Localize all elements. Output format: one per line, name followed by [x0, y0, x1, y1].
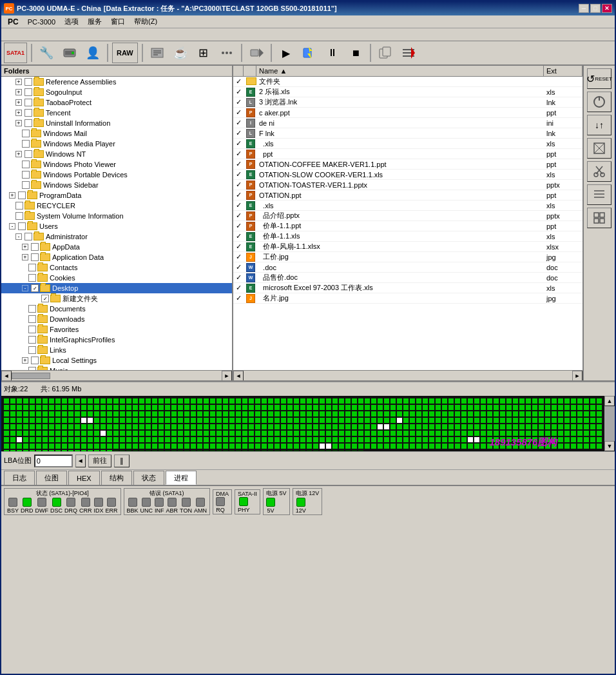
checkbox[interactable]: ✓ — [31, 284, 39, 292]
viz-scroll-down[interactable]: ▼ — [604, 441, 615, 451]
tree-item-favorites[interactable]: Favorites — [1, 324, 232, 335]
tab-bitmap[interactable]: 位图 — [36, 471, 67, 485]
file-row[interactable]: ✓ P 价单-1.1.ppt ppt — [233, 221, 582, 231]
checkbox[interactable] — [18, 191, 26, 199]
checkbox[interactable] — [24, 88, 32, 96]
tree-item-winportable[interactable]: Windows Portable Devices — [1, 170, 232, 180]
menu-window[interactable]: 窗口 — [107, 15, 129, 28]
tree-item-cookies[interactable]: Cookies — [1, 273, 232, 283]
sidebar-btn-zoom[interactable] — [587, 138, 611, 159]
tree-item-newfolder[interactable]: ✓ 新建文件夹 — [1, 293, 232, 304]
tree-item-winmail[interactable]: Windows Mail — [1, 128, 232, 139]
tree-item-localsettings[interactable]: + Local Settings — [1, 355, 232, 366]
tab-status[interactable]: 状态 — [133, 471, 164, 485]
folder-tree[interactable]: + Reference Assemblies + SogouInput + Ta… — [1, 77, 232, 370]
file-check[interactable]: ✓ — [233, 252, 244, 262]
maximize-button[interactable]: □ — [590, 4, 601, 13]
checkbox[interactable] — [15, 202, 23, 210]
expander[interactable]: + — [15, 89, 22, 95]
expander[interactable]: + — [15, 151, 22, 157]
file-check[interactable]: ✓ — [233, 139, 244, 148]
checkbox[interactable] — [22, 140, 30, 148]
checkbox[interactable] — [24, 99, 32, 106]
minimize-button[interactable]: ─ — [579, 4, 589, 13]
file-check[interactable]: ✓ — [233, 149, 244, 159]
tree-item-taobao[interactable]: + TaobaoProtect — [1, 97, 232, 108]
lba-nav-btn[interactable]: ◄ — [75, 455, 86, 467]
file-row[interactable]: ✓ E 2 乐福.xls xls — [233, 87, 582, 97]
expander[interactable]: + — [9, 192, 15, 199]
expander[interactable]: + — [22, 244, 28, 250]
viz-scrollbar[interactable]: ▲ ▼ — [604, 396, 615, 451]
file-row[interactable]: ✓ W 品售价.doc doc — [233, 273, 582, 283]
checkbox[interactable] — [28, 274, 36, 282]
export-button[interactable] — [246, 43, 267, 63]
expander[interactable]: - — [15, 233, 22, 240]
checkbox[interactable] — [28, 315, 36, 323]
menu-options[interactable]: 选项 — [61, 15, 82, 28]
file-row[interactable]: ✓ J 工价.jpg jpg — [233, 252, 582, 262]
drive-button[interactable] — [59, 43, 80, 63]
file-check[interactable]: ✓ — [233, 159, 244, 169]
checkbox[interactable] — [24, 150, 32, 158]
tab-log[interactable]: 日志 — [4, 471, 35, 485]
copy-button[interactable] — [375, 43, 396, 63]
task-button[interactable] — [147, 43, 168, 63]
person-button[interactable]: 👤 — [82, 43, 103, 63]
checkbox[interactable] — [24, 119, 32, 127]
play-button[interactable]: ▶ — [276, 43, 296, 63]
dots-button[interactable] — [217, 43, 237, 63]
viz-scroll-up[interactable]: ▲ — [604, 396, 615, 406]
file-row[interactable]: ✓ P ppt ppt — [233, 149, 582, 159]
file-check[interactable]: ✓ — [233, 283, 244, 293]
file-check[interactable]: ✓ — [233, 77, 244, 86]
file-check[interactable]: ✓ — [233, 97, 244, 107]
file-check[interactable]: ✓ — [233, 128, 244, 138]
checkbox[interactable] — [31, 253, 39, 261]
tree-item-contacts[interactable]: Contacts — [1, 262, 232, 273]
file-check[interactable]: ✓ — [233, 273, 244, 282]
scroll-right[interactable]: ► — [222, 371, 232, 381]
tree-item-tencent[interactable]: + Tencent — [1, 108, 232, 118]
tree-item-users[interactable]: - Users — [1, 221, 232, 231]
lba-input[interactable] — [34, 455, 73, 467]
pause-button[interactable]: ⏸ — [322, 43, 343, 63]
tree-item-links[interactable]: Links — [1, 345, 232, 355]
col-name-header[interactable]: Name ▲ — [256, 66, 544, 76]
file-row[interactable]: ✓ W .doc doc — [233, 262, 582, 273]
file-check[interactable]: ✓ — [233, 118, 244, 128]
file-row[interactable]: ✓ E .xls xls — [233, 201, 582, 211]
expander[interactable]: + — [15, 110, 22, 116]
checkbox[interactable] — [28, 336, 36, 344]
expander[interactable]: - — [9, 223, 15, 230]
tree-item-intel[interactable]: IntelGraphicsProfiles — [1, 335, 232, 345]
wrench-button[interactable]: 🔧 — [36, 43, 57, 63]
scroll-left[interactable]: ◄ — [1, 371, 12, 381]
checkbox[interactable] — [15, 212, 23, 220]
file-check[interactable]: ✓ — [233, 180, 244, 190]
lba-pause-btn[interactable]: ‖ — [114, 455, 130, 467]
file-row[interactable]: ✓ P OTATION.ppt ppt — [233, 190, 582, 201]
file-check[interactable]: ✓ — [233, 201, 244, 210]
file-row[interactable]: ✓ 文件夹 — [233, 77, 582, 87]
tree-item-uninstall[interactable]: + Uninstall Information — [1, 118, 232, 128]
checkbox[interactable] — [18, 222, 26, 230]
file-row[interactable]: ✓ P OTATION-TOASTER-VER1.1.pptx pptx — [233, 180, 582, 190]
file-row[interactable]: ✓ I de ni ini — [233, 118, 582, 128]
checkbox-newfolder[interactable]: ✓ — [41, 295, 49, 302]
tree-item-programdata[interactable]: + ProgramData — [1, 190, 232, 201]
tree-item-appdata2[interactable]: + Application Data — [1, 252, 232, 262]
file-check[interactable]: ✓ — [233, 190, 244, 200]
tab-structure[interactable]: 结构 — [101, 471, 132, 485]
file-row[interactable]: ✓ E 价单-风扇-1.1.xlsx xlsx — [233, 242, 582, 252]
file-check[interactable]: ✓ — [233, 108, 244, 117]
expander[interactable]: + — [15, 99, 22, 106]
file-row[interactable]: ✓ E microsoft Excel 97-2003 工作表.xls xls — [233, 283, 582, 293]
sidebar-btn-grid[interactable] — [587, 208, 611, 228]
tree-item-downloads[interactable]: Downloads — [1, 314, 232, 324]
file-row[interactable]: ✓ E .xls xls — [233, 139, 582, 149]
menu-service[interactable]: 服务 — [84, 15, 106, 28]
checkbox[interactable] — [31, 357, 39, 364]
expander[interactable]: + — [22, 357, 28, 364]
sidebar-btn-arrow[interactable]: ↓↑ — [587, 115, 611, 135]
